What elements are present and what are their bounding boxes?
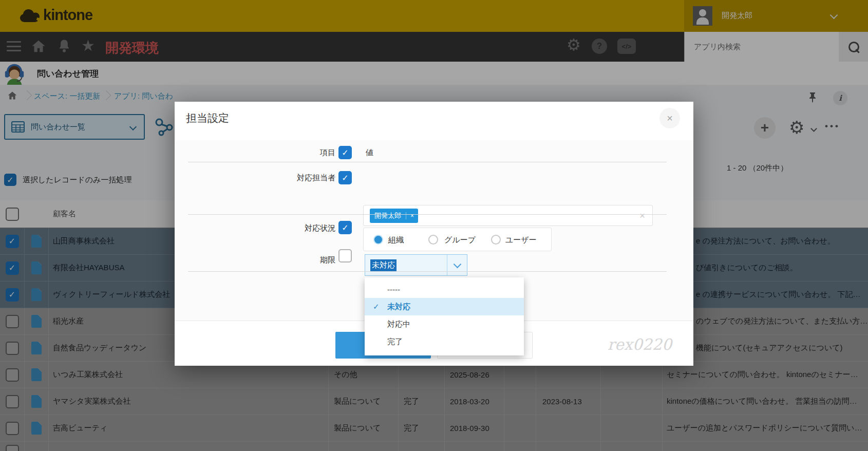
breadcrumb-app-link[interactable]: アプリ: 問い合わ — [114, 91, 173, 101]
status-dropdown-menu: ----- ✓ 未対応 対応中 完了 — [365, 277, 524, 355]
more-options-icon[interactable]: ••• — [825, 121, 840, 131]
header-checkbox[interactable] — [338, 146, 352, 159]
radio-group-label[interactable]: グループ — [444, 235, 476, 245]
view-selector[interactable]: 問い合わせ一覧 — [4, 114, 145, 140]
assignee-input[interactable]: 開発太郎 × × — [363, 205, 653, 226]
customer-name[interactable]: 吉高ビューティ — [49, 415, 329, 441]
tag-remove-icon[interactable]: × — [406, 212, 418, 219]
row-checkbox[interactable] — [6, 342, 19, 355]
assignee-settings-dialog: 担当設定 × 項目 値 対応担当者 開発太郎 × × 組織 グループ — [175, 102, 693, 365]
menu-item-in-progress[interactable]: 対応中 — [365, 315, 524, 333]
graph-icon[interactable] — [154, 117, 174, 137]
row-checkbox[interactable] — [6, 445, 19, 451]
bulk-checkbox[interactable] — [4, 174, 16, 186]
favorites-star-icon[interactable]: ★ — [81, 36, 97, 52]
status-field-label: 対応状況 — [212, 223, 335, 233]
help-icon[interactable]: ? — [592, 39, 607, 54]
chevron-down-icon — [453, 260, 461, 268]
entity-type-selector: 組織 グループ ユーザー — [363, 228, 552, 251]
radio-user[interactable] — [491, 235, 501, 245]
notifications-bell-icon[interactable] — [56, 39, 72, 54]
bulk-process-toggle[interactable]: 選択したレコードのみ一括処理 — [4, 174, 131, 186]
radio-group[interactable] — [428, 235, 438, 245]
app-search: アプリ内検索 — [684, 32, 868, 62]
breadcrumb-home-icon[interactable] — [7, 90, 17, 101]
customer-name[interactable]: ヤマシタ実業株式会社 — [49, 388, 329, 415]
radio-organization[interactable] — [373, 235, 383, 245]
user-menu[interactable]: 開発太郎 — [684, 0, 868, 32]
record-status: 完了 — [399, 388, 445, 415]
view-selector-label: 問い合わせ一覧 — [31, 122, 85, 132]
record-category: 製品について — [329, 388, 399, 415]
select-all-checkbox[interactable] — [6, 208, 19, 221]
home-icon[interactable] — [31, 39, 46, 54]
dialog-form: 項目 値 対応担当者 開発太郎 × × 組織 グループ ユーザー — [175, 140, 693, 321]
kintone-logo-text: kintone — [43, 7, 92, 24]
search-button[interactable] — [839, 32, 868, 62]
status-select[interactable]: 未対応 — [365, 254, 467, 276]
record-doc-icon — [31, 368, 42, 381]
kintone-logo[interactable]: kintone — [20, 7, 92, 24]
record-description: 機能について(セキュアアクセスについて) — [663, 335, 868, 361]
row-checkbox[interactable] — [6, 395, 19, 408]
record-date: 2023-08-13 — [536, 388, 601, 415]
record-doc-icon — [31, 235, 42, 248]
table-row[interactable] — [0, 442, 868, 451]
record-category: 製品について — [329, 415, 399, 441]
info-icon[interactable]: i — [833, 91, 847, 105]
deadline-checkbox[interactable] — [338, 249, 352, 262]
table-row[interactable]: ヤマシタ実業株式会社 製品について 完了 2018-03-20 2023-08-… — [0, 388, 868, 415]
record-date: 2018-09-30 — [445, 415, 504, 441]
record-date — [536, 415, 601, 441]
row-checkbox[interactable] — [6, 261, 19, 275]
row-checkbox[interactable] — [6, 288, 19, 302]
record-description: e の連携サービスについて問い合わせ。 下記… — [663, 281, 868, 308]
radio-user-label[interactable]: ユーザー — [505, 235, 537, 245]
view-settings-gear-icon[interactable]: ⚙ — [789, 118, 804, 137]
record-description: セミナーについての問い合わせ。 kintoneのセミナー… — [663, 362, 868, 388]
bulk-label: 選択したレコードのみ一括処理 — [23, 175, 131, 185]
view-table-icon — [11, 121, 25, 133]
status-checkbox[interactable] — [338, 221, 352, 234]
record-doc-icon — [31, 288, 42, 301]
code-icon[interactable]: </> — [617, 39, 636, 54]
pin-icon[interactable] — [808, 92, 817, 103]
table-row[interactable]: 吉高ビューティ 製品について 完了 2018-09-30 ユーザーの追加とパスワ… — [0, 415, 868, 442]
row-checkbox[interactable] — [6, 368, 19, 382]
record-description: び値引きについてのご相談。 — [663, 255, 868, 281]
breadcrumb-space-link[interactable]: スペース: 一括更新 — [34, 91, 100, 101]
chevron-down-icon — [129, 123, 137, 130]
close-icon[interactable]: × — [659, 108, 680, 128]
user-name: 開発太郎 — [722, 11, 752, 21]
radio-organization-label[interactable]: 組織 — [388, 235, 404, 245]
clear-input-icon[interactable]: × — [639, 210, 645, 221]
page-title: 問い合わせ管理 — [37, 68, 99, 80]
row-checkbox[interactable] — [6, 315, 19, 328]
search-icon — [848, 42, 859, 52]
settings-gear-icon[interactable]: ⚙ — [567, 37, 582, 53]
row-checkbox[interactable] — [6, 422, 19, 435]
menu-item-done[interactable]: 完了 — [365, 333, 524, 350]
app-header: 問い合わせ管理 — [0, 62, 868, 85]
hamburger-menu-icon[interactable] — [7, 41, 21, 51]
status-select-value: 未対応 — [370, 259, 397, 271]
assignee-checkbox[interactable] — [338, 171, 352, 184]
environment-label[interactable]: 開発環境 — [105, 39, 159, 57]
menu-item-not-started[interactable]: ✓ 未対応 — [365, 298, 524, 315]
deadline-field-label: 期限 — [212, 255, 335, 265]
field-column-label: 項目 — [212, 148, 335, 158]
chevron-down-icon — [810, 125, 817, 132]
assignee-field-label: 対応担当者 — [212, 173, 335, 183]
record-doc-icon — [31, 315, 42, 328]
row-checkbox[interactable] — [6, 235, 19, 248]
add-record-button[interactable]: + — [754, 117, 776, 139]
app-search-input[interactable]: アプリ内検索 — [685, 42, 839, 52]
kintone-screen: kintone 開発太郎 ★ 開発環境 ⚙ ? </> アプリ内検索 — [0, 0, 868, 451]
menu-item-none[interactable]: ----- — [365, 280, 524, 298]
record-description: のウェブでの発注方法について、また支払い方… — [663, 308, 868, 334]
top-bar: kintone 開発太郎 — [0, 0, 868, 32]
select-chevron-segment[interactable] — [447, 255, 467, 275]
check-icon: ✓ — [373, 302, 380, 311]
cloud-logo-icon — [20, 8, 40, 23]
icon-column-header — [25, 200, 49, 228]
